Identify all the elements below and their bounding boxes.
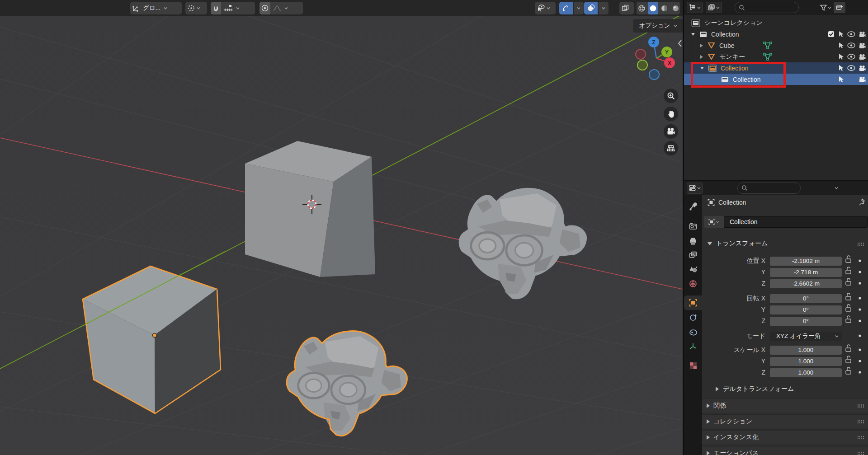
location-z-field[interactable]: -2.6602 m xyxy=(770,279,842,288)
rotation-y-field[interactable]: 0° xyxy=(770,305,842,314)
sidebar-collapse-arrow[interactable] xyxy=(677,39,683,48)
disclosure-triangle[interactable] xyxy=(700,55,703,59)
orthographic-toggle-button[interactable] xyxy=(664,141,678,155)
gizmo-axis-neg-y[interactable] xyxy=(637,60,647,70)
outliner-row-collection[interactable]: Collection xyxy=(684,28,868,40)
gizmo-y-label: Y xyxy=(665,49,669,56)
visibility-dropdown[interactable] xyxy=(535,2,556,14)
rotation-mode-dropdown[interactable]: XYZ オイラー角 xyxy=(770,332,842,341)
render-camera-icon[interactable] xyxy=(859,54,866,60)
outliner-row-monkey[interactable]: モンキー xyxy=(684,51,868,62)
tab-world[interactable] xyxy=(684,277,702,291)
chevron-down-icon[interactable] xyxy=(236,6,240,10)
render-camera-icon[interactable] xyxy=(859,42,866,49)
navigation-gizmo[interactable]: Z Y X xyxy=(631,33,681,83)
display-mode-dropdown[interactable] xyxy=(706,2,722,13)
wireframe-sphere-icon xyxy=(638,5,646,12)
disclosure-triangle[interactable] xyxy=(691,33,695,36)
selectable-icon[interactable] xyxy=(838,53,844,60)
lock-icons-column[interactable] xyxy=(844,255,854,395)
tab-texture[interactable] xyxy=(684,359,702,372)
panel-drag-handle[interactable] xyxy=(857,404,864,408)
transform-panel-header[interactable]: トランスフォーム xyxy=(708,239,768,248)
panel-drag-handle[interactable] xyxy=(857,451,864,455)
snap-target-button[interactable] xyxy=(222,2,235,14)
editor-type-dropdown[interactable] xyxy=(687,2,703,13)
scale-y-field[interactable]: 1.000 xyxy=(770,357,842,366)
shading-material-button[interactable] xyxy=(659,2,670,14)
editor-type-dropdown[interactable] xyxy=(687,183,703,194)
disclosure-triangle[interactable] xyxy=(700,44,703,47)
tab-output[interactable] xyxy=(684,234,702,248)
pin-icon[interactable] xyxy=(858,198,865,206)
tab-physics[interactable] xyxy=(684,311,702,324)
proportional-editing-button[interactable] xyxy=(259,2,270,14)
gizmos-dropdown[interactable] xyxy=(574,2,584,14)
render-camera-icon[interactable] xyxy=(859,31,866,38)
panel-drag-handle[interactable] xyxy=(857,420,864,424)
viewport-header: グロ... xyxy=(0,0,683,16)
panel-relations[interactable]: 関係 xyxy=(702,399,868,413)
transform-orientation-dropdown[interactable]: グロ... xyxy=(130,2,182,14)
shading-rendered-button[interactable] xyxy=(670,2,681,14)
snap-toggle-button[interactable] xyxy=(211,2,221,14)
camera-view-button[interactable] xyxy=(664,124,678,139)
scale-z-field[interactable]: 1.000 xyxy=(770,368,842,377)
selectable-icon[interactable] xyxy=(838,42,844,49)
tab-object-data[interactable] xyxy=(684,340,702,353)
tab-render[interactable] xyxy=(684,220,702,233)
delta-transform-subpanel[interactable]: デルタトランスフォーム xyxy=(716,385,794,393)
properties-options-chevron[interactable] xyxy=(834,186,839,190)
shading-wireframe-button[interactable] xyxy=(637,2,647,14)
pivot-point-dropdown[interactable] xyxy=(185,2,207,14)
shading-solid-button[interactable] xyxy=(648,2,658,14)
gizmos-toggle-button[interactable] xyxy=(559,2,573,14)
id-type-dropdown[interactable] xyxy=(704,216,724,228)
rotation-z-field[interactable]: 0° xyxy=(770,317,842,326)
hide-eye-icon[interactable] xyxy=(847,65,855,71)
outliner-row-cube[interactable]: Cube xyxy=(684,40,868,51)
panel-instancing[interactable]: インスタンス化 xyxy=(702,430,868,444)
tab-object-active[interactable] xyxy=(684,296,702,310)
hide-eye-icon[interactable] xyxy=(847,42,855,48)
viewport-3d[interactable]: グロ... xyxy=(0,0,683,455)
properties-search-input[interactable] xyxy=(737,183,801,194)
panel-drag-handle[interactable] xyxy=(857,436,864,440)
gizmo-axis-neg-z[interactable] xyxy=(649,70,659,80)
render-camera-icon[interactable] xyxy=(859,76,866,83)
tab-constraints[interactable] xyxy=(684,325,702,339)
panel-collections[interactable]: コレクション xyxy=(702,414,868,428)
tab-scene[interactable] xyxy=(684,263,702,276)
hide-eye-icon[interactable] xyxy=(847,31,855,37)
tab-view-layer[interactable] xyxy=(684,248,702,262)
outliner-row-scene-collection[interactable]: シーンコレクション xyxy=(684,17,868,28)
filter-dropdown[interactable] xyxy=(820,4,832,11)
gizmo-axis-neg-x[interactable] xyxy=(636,49,646,59)
overlays-toggle-button[interactable] xyxy=(584,2,598,14)
exclude-checkbox[interactable] xyxy=(828,31,835,38)
animate-dots-column[interactable] xyxy=(858,255,862,396)
location-x-field[interactable]: -2.1802 m xyxy=(770,257,842,266)
tab-tool[interactable] xyxy=(684,200,702,213)
scale-x-field[interactable]: 1.000 xyxy=(770,346,842,355)
render-camera-icon[interactable] xyxy=(859,65,866,71)
breadcrumb-label: Collection xyxy=(718,199,746,206)
proportional-falloff-button[interactable] xyxy=(271,2,283,14)
new-collection-button[interactable] xyxy=(834,2,845,13)
selectable-icon[interactable] xyxy=(838,31,844,38)
chevron-down-icon[interactable] xyxy=(284,6,288,10)
zoom-button[interactable] xyxy=(664,89,678,103)
xray-toggle-button[interactable] xyxy=(619,2,634,14)
id-name-field[interactable]: Collection xyxy=(724,216,868,228)
rotation-x-field[interactable]: 0° xyxy=(770,294,842,303)
hide-eye-icon[interactable] xyxy=(847,54,855,60)
options-dropdown[interactable]: オプション xyxy=(633,19,683,33)
pan-button[interactable] xyxy=(664,107,678,121)
panel-drag-handle[interactable] xyxy=(857,242,864,246)
overlays-dropdown[interactable] xyxy=(599,2,609,14)
panel-motion-paths[interactable]: モーションパス xyxy=(702,446,868,455)
location-y-field[interactable]: -2.718 m xyxy=(770,268,842,277)
selectable-icon[interactable] xyxy=(838,76,844,83)
outliner-search-input[interactable] xyxy=(735,2,799,13)
selectable-icon[interactable] xyxy=(838,65,844,71)
